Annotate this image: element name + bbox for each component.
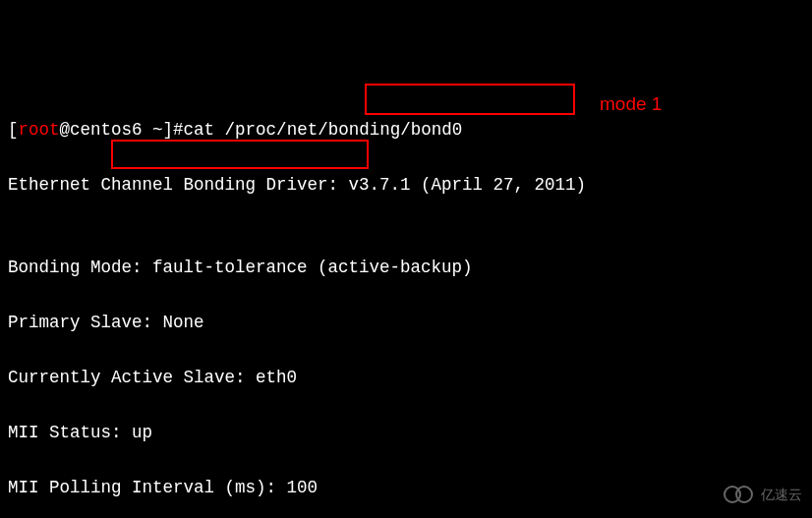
command-text: cat /proc/net/bonding/bond0 <box>184 120 463 140</box>
prompt-user: root <box>19 120 60 140</box>
watermark: 亿速云 <box>724 481 802 508</box>
output-line-6: MII Status: up <box>8 419 804 446</box>
watermark-text: 亿速云 <box>761 481 802 508</box>
prompt-hash: # <box>173 120 184 140</box>
prompt-host: centos6 <box>70 120 143 140</box>
annotation-mode-label: mode 1 <box>600 90 662 118</box>
prompt-bracket-close: ] <box>163 120 174 140</box>
prompt-at: @ <box>60 120 71 140</box>
highlight-box-active-slave <box>111 140 369 169</box>
prompt-path: ~ <box>143 120 163 140</box>
output-line-4: Primary Slave: None <box>8 309 804 336</box>
output-line-3: Bonding Mode: fault-tolerance (active-ba… <box>8 254 804 281</box>
output-line-1: Ethernet Channel Bonding Driver: v3.7.1 … <box>8 171 804 199</box>
prompt-bracket-open: [ <box>8 120 19 140</box>
highlight-box-active-backup <box>365 84 575 115</box>
output-line-7: MII Polling Interval (ms): 100 <box>8 474 804 501</box>
output-line-5: Currently Active Slave: eth0 <box>8 364 804 391</box>
terminal-prompt-line: [root@centos6 ~]#cat /proc/net/bonding/b… <box>8 116 804 144</box>
watermark-logo-icon <box>724 484 757 505</box>
